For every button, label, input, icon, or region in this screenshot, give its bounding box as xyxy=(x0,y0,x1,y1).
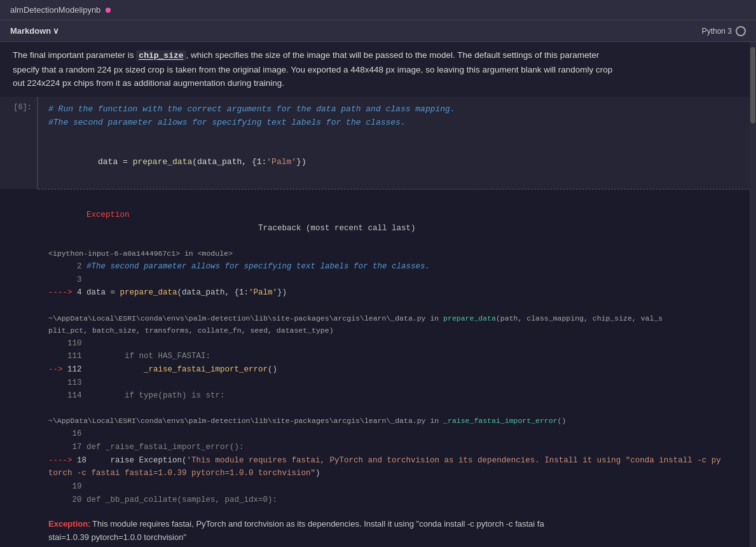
chip-size-code: chip_size xyxy=(136,50,186,61)
tb-line-111: 111 if not HAS_FASTAI: xyxy=(48,350,746,363)
markdown-text-suffix1: , which specifies the size of the image … xyxy=(186,50,600,60)
scrollbar-thumb[interactable] xyxy=(750,47,755,123)
code-line-comment2: #The second parameter allows for specify… xyxy=(48,116,746,130)
traceback-spacer: Traceback (most recent call last) xyxy=(86,224,416,233)
code-line-data: data = prepare_data(data_path, {1:'Palm'… xyxy=(48,142,746,182)
tb-line-16: 16 xyxy=(48,427,746,441)
toolbar-left: Markdown ∨ xyxy=(10,26,59,36)
exception-label: Exception xyxy=(86,211,130,219)
code-cell-body-6[interactable]: # Run the function with the correct argu… xyxy=(38,97,756,189)
chevron-down-icon: ∨ xyxy=(53,26,59,36)
code-line-comment1: # Run the function with the correct argu… xyxy=(48,103,746,116)
traceback-header-line: Exception Traceback (most recent call la… xyxy=(48,196,746,249)
tb-line-110: 110 xyxy=(48,337,746,350)
tb-input-line: <ipython-input-6-a0a1444967c1> in <modul… xyxy=(48,248,746,260)
tb-blank-2 xyxy=(48,403,746,416)
kernel-indicator: Python 3 xyxy=(702,26,746,36)
tb-path-line-1: ~\AppData\Local\ESRI\conda\envs\palm-det… xyxy=(48,313,746,337)
modified-dot xyxy=(106,8,111,13)
kernel-status-icon xyxy=(736,26,746,36)
cell-number-6: [6]: xyxy=(0,97,38,189)
markdown-text-1: The final important parameter is chip_si… xyxy=(13,48,743,90)
exception-message-text: : This module requires fastai, PyTorch a… xyxy=(48,519,544,542)
tb-path-line-2: ~\AppData\Local\ESRI\conda\envs\palm-det… xyxy=(48,415,746,427)
code-line-empty xyxy=(48,130,746,143)
notebook-title: almDetectionModelipynb xyxy=(10,5,100,15)
toolbar-right: Python 3 xyxy=(702,26,746,36)
notebook-content: The final important parameter is chip_si… xyxy=(0,42,756,547)
cell-type-dropdown[interactable]: Markdown ∨ xyxy=(10,26,59,36)
tb-line-arrow-4: ----> 4 data = prepare_data(data_path, {… xyxy=(48,286,746,300)
tb-line-20: 20 def _bb_pad_collate(samples, pad_idx=… xyxy=(48,494,746,507)
kernel-label: Python 3 xyxy=(702,27,732,36)
tb-line-3: 3 xyxy=(48,274,746,287)
tb-line-arrow-112: --> 112 _raise_fastai_import_error() xyxy=(48,363,746,377)
markdown-text-line3: out 224x224 px chips from it as addition… xyxy=(13,78,284,88)
tb-line-113: 113 xyxy=(48,377,746,390)
titlebar: almDetectionModelipynb xyxy=(0,0,756,20)
tb-line-18b: torch -c fastai fastai=1.0.39 pytorch=1.… xyxy=(48,467,746,480)
cell-type-label: Markdown xyxy=(10,26,51,36)
tb-line-17: 17 def _raise_fastai_import_error(): xyxy=(48,441,746,454)
markdown-cell-intro: The final important parameter is chip_si… xyxy=(0,42,756,97)
markdown-text-prefix: The final important parameter is xyxy=(13,50,136,60)
tb-line-arrow-18: ----> 18 raise Exception('This module re… xyxy=(48,454,746,467)
code-cell-6: [6]: # Run the function with the correct… xyxy=(0,97,756,189)
exception-label-text: Exception xyxy=(48,519,88,529)
exception-message: Exception: This module requires fastai, … xyxy=(38,513,756,547)
tb-line-19: 19 xyxy=(48,480,746,494)
scrollbar-track[interactable] xyxy=(750,42,756,547)
tb-blank-1 xyxy=(48,300,746,313)
cell-execution-count: [6]: xyxy=(13,103,32,112)
tb-line-114: 114 if type(path) is str: xyxy=(48,389,746,403)
output-area-6: Exception Traceback (most recent call la… xyxy=(38,189,756,513)
tb-line-2: 2 #The second parameter allows for speci… xyxy=(48,260,746,274)
toolbar: Markdown ∨ Python 3 xyxy=(0,20,756,42)
markdown-text-line2: specify that a random 224 px sized crop … xyxy=(13,65,612,74)
